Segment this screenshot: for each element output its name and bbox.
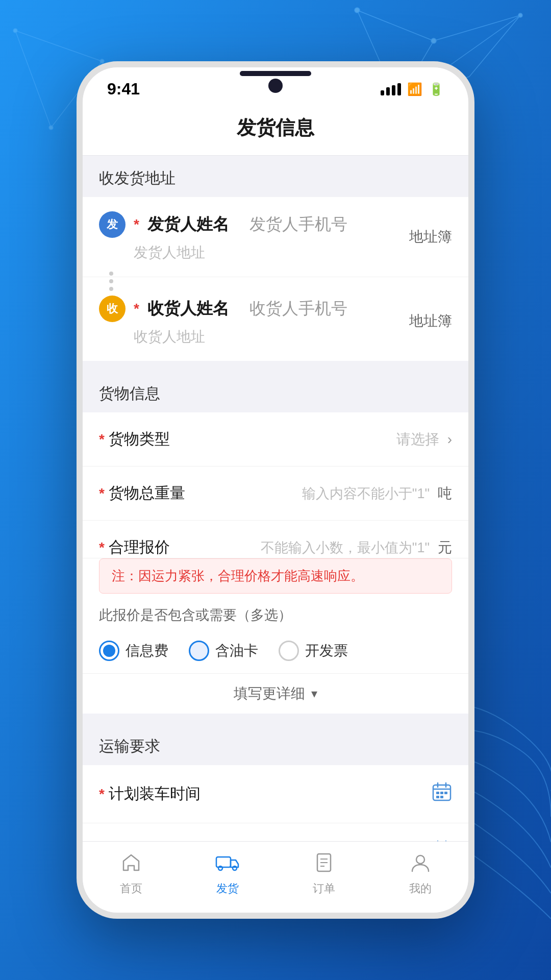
svg-point-11 [355,8,360,13]
address-section: 收发货地址 发 * 发货人姓名 发货人手机号 发货人地址 地址 [83,156,468,361]
load-time-calendar-icon[interactable] [432,781,452,806]
nav-item-shipment[interactable]: 发货 [179,842,276,900]
front-camera [268,79,283,93]
cargo-price-label: * 合理报价 [99,537,211,558]
cargo-include-label: 此报价是否包含或需要（多选） [83,602,468,632]
radio-info-fee-label: 信息费 [126,641,168,660]
load-time-row[interactable]: * 计划装车时间 [83,765,468,823]
status-time: 9:41 [107,80,140,99]
sender-phone-label: 发货人手机号 [249,213,347,236]
cargo-radio-group: 信息费 含油卡 开发票 [83,632,468,673]
sender-address-book-btn[interactable]: 地址簿 [409,227,452,247]
svg-point-16 [100,59,104,63]
user-icon [410,852,431,878]
nav-label-shipment: 发货 [216,881,239,896]
home-icon [120,852,142,878]
load-time-label: * 计划装车时间 [99,783,211,804]
radio-invoice[interactable]: 开发票 [279,641,348,661]
receiver-address-placeholder: 收货人地址 [134,327,452,347]
cargo-price-row[interactable]: * 合理报价 不能输入小数，最小值为"1" 元 [83,521,468,558]
svg-rect-25 [436,796,439,798]
receiver-required-star: * [134,301,139,317]
phone-frame: 9:41 📶 🔋 发货信息 收发货地址 [77,61,474,919]
expand-chevron-icon: ▾ [311,687,317,701]
battery-icon: 🔋 [429,82,444,96]
sender-avatar: 发 [99,211,126,238]
radio-invoice-circle[interactable] [279,641,299,661]
receiver-phone-label: 收货人手机号 [249,298,347,320]
svg-rect-26 [440,796,443,798]
nav-item-orders[interactable]: 订单 [276,842,372,900]
truck-icon [215,852,240,878]
svg-rect-23 [440,792,443,794]
radio-info-fee[interactable]: 信息费 [99,641,168,661]
svg-line-14 [15,31,51,128]
cargo-price-unit: 元 [438,538,452,557]
svg-rect-22 [436,792,439,794]
phone-screen: 9:41 📶 🔋 发货信息 收发货地址 [83,67,468,913]
svg-point-43 [416,855,424,864]
nav-item-profile[interactable]: 我的 [372,842,468,900]
svg-point-8 [431,38,436,43]
bottom-nav: 首页 发货 [83,841,468,913]
transport-section-header: 运输要求 [83,724,468,765]
nav-label-profile: 我的 [409,881,432,896]
cargo-card: * 货物类型 请选择 › * 货物总重量 [83,412,468,714]
cargo-weight-label: * 货物总重量 [99,483,211,504]
receiver-row[interactable]: 收 * 收货人姓名 收货人手机号 收货人地址 地址簿 [83,281,468,361]
nav-item-home[interactable]: 首页 [83,842,179,900]
expand-text: 填写更详细 [234,684,305,703]
sender-row[interactable]: 发 * 发货人姓名 发货人手机号 发货人地址 地址簿 [83,197,468,277]
arrive-time-row[interactable]: * 计划到达时间 [83,823,468,841]
cargo-section-header: 货物信息 [83,371,468,412]
order-icon [313,852,335,878]
expand-row[interactable]: 填写更详细 ▾ [83,673,468,714]
radio-invoice-label: 开发票 [305,641,348,660]
notch-pill [240,71,311,76]
page-header: 发货信息 [83,105,468,156]
address-section-header: 收发货地址 [83,156,468,197]
page-title: 发货信息 [237,117,314,138]
arrive-time-calendar-icon[interactable] [432,840,452,841]
radio-info-fee-circle[interactable] [99,641,119,661]
cargo-type-label: * 货物类型 [99,429,211,450]
receiver-avatar: 收 [99,296,126,322]
svg-line-1 [357,10,434,41]
nav-label-orders: 订单 [313,881,335,896]
nav-label-home: 首页 [120,881,142,896]
sender-name-label: 发货人姓名 [147,213,229,236]
sender-address-placeholder: 发货人地址 [134,243,452,262]
radio-oil-card-circle[interactable] [189,641,209,661]
cargo-weight-unit: 吨 [438,484,452,503]
receiver-name-label: 收货人姓名 [147,298,229,320]
scroll-content[interactable]: 收发货地址 发 * 发货人姓名 发货人手机号 发货人地址 地址 [83,156,468,841]
svg-line-12 [15,31,102,61]
transport-card: * 计划装车时间 [83,765,468,841]
signal-icon [381,83,401,95]
transport-section: 运输要求 * 计划装车时间 [83,724,468,841]
wifi-icon: 📶 [407,82,422,96]
radio-oil-card[interactable]: 含油卡 [189,641,258,661]
sender-required-star: * [134,216,139,233]
svg-point-9 [518,13,522,17]
cargo-weight-row[interactable]: * 货物总重量 输入内容不能小于"1" 吨 [83,467,468,521]
radio-oil-card-label: 含油卡 [215,641,258,660]
cargo-type-arrow-icon: › [447,431,452,448]
address-card: 发 * 发货人姓名 发货人手机号 发货人地址 地址簿 [83,197,468,361]
svg-point-37 [218,866,222,870]
svg-point-38 [233,866,237,870]
status-icons: 📶 🔋 [381,82,444,96]
svg-point-17 [49,126,53,130]
svg-rect-36 [216,857,231,867]
cargo-weight-input[interactable]: 输入内容不能小于"1" [211,484,434,503]
svg-line-3 [469,15,520,77]
cargo-type-row[interactable]: * 货物类型 请选择 › [83,412,468,467]
receiver-address-book-btn[interactable]: 地址簿 [409,311,452,331]
cargo-price-input[interactable]: 不能输入小数，最小值为"1" [211,538,434,557]
svg-point-15 [13,29,17,33]
cargo-type-input: 请选择 [211,430,443,449]
cargo-section: 货物信息 * 货物类型 请选择 › [83,371,468,714]
svg-rect-24 [444,792,447,794]
svg-line-2 [434,15,520,41]
notch-area [230,67,321,78]
